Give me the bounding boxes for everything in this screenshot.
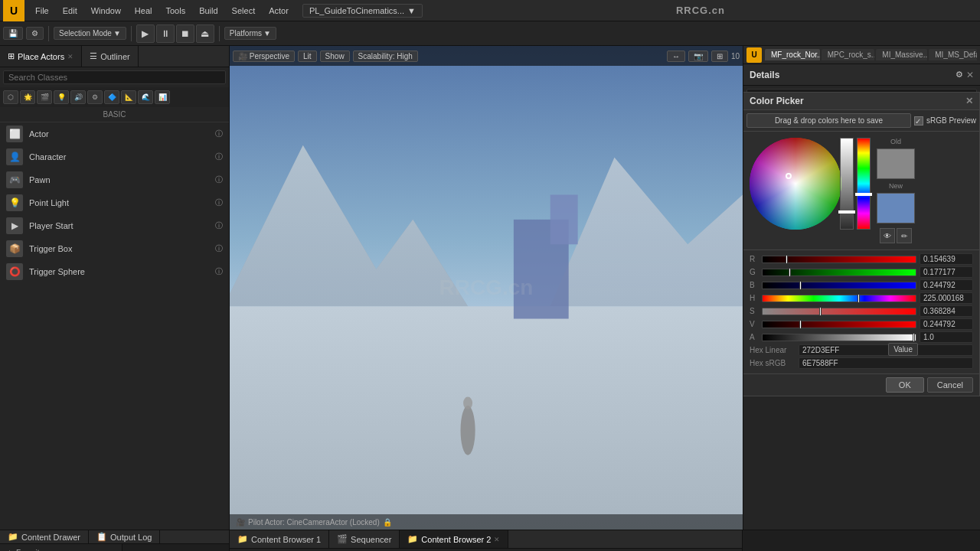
project-title[interactable]: PL_GuideToCinematics... ▼ (302, 4, 423, 18)
actor-icon-character: 👤 (6, 148, 23, 165)
cp-channel-v-value[interactable] (920, 318, 973, 330)
actor-tb-btn-9[interactable]: 🌊 (138, 90, 153, 104)
actor-item-triggerbox[interactable]: 📦 Trigger Box ⓘ (0, 237, 229, 260)
menu-tools[interactable]: Tools (159, 5, 191, 17)
cp-channel-b-value[interactable] (920, 279, 973, 291)
cp-channel-r-value[interactable] (920, 253, 973, 265)
viewport-scalability-btn[interactable]: Scalability: High (353, 51, 418, 62)
viewport-perspective-icon: 🎥 (238, 52, 247, 60)
cp-channel-s-value[interactable] (920, 305, 973, 317)
stop-button[interactable]: ⏹ (176, 24, 194, 43)
place-actors-close[interactable]: ✕ (67, 53, 74, 60)
rr-tab-mf-rock[interactable]: MF_rock_Nor... ✕ (765, 49, 820, 60)
tab-outliner[interactable]: ☰ Outliner (82, 46, 139, 67)
cp-channel-h-value[interactable] (920, 292, 973, 304)
rr-tab-mpc[interactable]: MPC_rock_s... ✕ (822, 49, 875, 60)
platforms-btn[interactable]: Platforms ▼ (224, 27, 276, 40)
menu-file[interactable]: File (29, 5, 55, 17)
pilot-icon: 🎥 (236, 518, 245, 527)
cp-brightness-slider[interactable] (840, 138, 854, 230)
cp-channel-r-label: R (750, 255, 759, 263)
menu-help[interactable]: Heal (129, 5, 158, 17)
tab-place-actors[interactable]: ⊞ Place Actors ✕ (0, 46, 82, 67)
actor-tb-btn-2[interactable]: 🌟 (20, 90, 35, 104)
actor-tb-btn-7[interactable]: 🔷 (104, 90, 119, 104)
cp-channel-g-bar[interactable] (762, 269, 916, 276)
viewport-scene[interactable]: RRCG.cn (230, 46, 743, 530)
actor-tb-btn-5[interactable]: 🔊 (70, 90, 86, 104)
cp-channel-a-bar[interactable] (762, 334, 916, 341)
actor-item-actor[interactable]: ⬜ Actor ⓘ (0, 122, 229, 145)
cp-save-btn[interactable]: Drag & drop colors here to save (746, 113, 911, 128)
viewport-lit-btn[interactable]: Lit (298, 51, 317, 62)
cp-channel-s-bar[interactable] (762, 308, 916, 315)
menu-edit[interactable]: Edit (57, 5, 83, 17)
menu-build[interactable]: Build (193, 5, 224, 17)
actor-tb-btn-4[interactable]: 💡 (54, 90, 69, 104)
viewport[interactable]: 🎥 Perspective Lit Show Scalability: High… (230, 46, 743, 530)
cp-srgb-checkbox[interactable]: ✓ (914, 116, 923, 126)
tab-sequencer[interactable]: 🎬 Sequencer (329, 530, 400, 548)
cp-channel-a-value[interactable] (920, 331, 973, 343)
bottom-tab-output-log[interactable]: 📋 Output Log (89, 530, 160, 543)
cp-new-label: New (889, 182, 903, 190)
cp-ok-button[interactable]: OK (886, 377, 924, 393)
cp-hex-srgb-value[interactable] (799, 357, 973, 369)
actor-item-pawn[interactable]: 🎮 Pawn ⓘ (0, 168, 229, 191)
actor-item-triggersphere[interactable]: ⭕ Trigger Sphere ⓘ (0, 260, 229, 283)
toolbar-settings[interactable]: ⚙ (26, 27, 44, 40)
pause-button[interactable]: ⏸ (156, 24, 175, 43)
cb1-label: Content Browser 1 (251, 535, 321, 544)
cp-eyedrop-btn[interactable]: 👁 (880, 228, 895, 243)
viewport-transform-btn[interactable]: ↔ (667, 51, 685, 62)
rr-tab-mi-ms[interactable]: MI_MS_Defa... (929, 49, 977, 60)
actor-tb-btn-3[interactable]: 🎬 (37, 90, 52, 104)
search-classes-input[interactable] (3, 70, 226, 84)
actor-tb-btn-8[interactable]: 📐 (121, 90, 136, 104)
menu-actor[interactable]: Actor (263, 5, 295, 17)
unreal-logo-right: U (746, 47, 762, 63)
cp-wheel[interactable] (750, 138, 841, 230)
cp-channel-h-bar[interactable] (762, 295, 916, 302)
viewport-perspective-label: Perspective (250, 52, 289, 60)
tab-content-browser-1[interactable]: 📁 Content Browser 1 (230, 530, 329, 548)
bottom-tab-content-drawer[interactable]: 📁 Content Drawer (0, 530, 89, 543)
cp-channel-g-value[interactable] (920, 266, 973, 278)
sidebar-favorites[interactable]: ★ Favorites (3, 547, 119, 551)
viewport-camera-btn[interactable]: 📷 (688, 51, 708, 62)
viewport-grid-btn[interactable]: ⊞ (711, 51, 728, 62)
tab-content-browser-2[interactable]: 📁 Content Browser 2 ✕ (400, 530, 508, 548)
cp-hue-slider[interactable] (857, 138, 871, 230)
cp-pencil-btn[interactable]: ✏ (897, 228, 912, 243)
cp-channel-r-bar[interactable] (762, 256, 916, 263)
cp-hex-linear-value[interactable] (799, 344, 973, 356)
selection-mode-btn[interactable]: Selection Mode ▼ (54, 27, 126, 40)
menu-window[interactable]: Window (85, 5, 127, 17)
viewport-show-btn[interactable]: Show (320, 51, 350, 62)
cp-channel-b-bar[interactable] (762, 282, 916, 289)
cp-wheel-wrap[interactable] (750, 138, 834, 222)
actor-item-pointlight[interactable]: 💡 Point Light ⓘ (0, 191, 229, 214)
search-box (0, 67, 229, 87)
details-settings-icon[interactable]: ⚙ (956, 70, 963, 80)
eject-button[interactable]: ⏏ (196, 24, 214, 43)
actor-icon-triggerbox: 📦 (6, 240, 23, 257)
actor-tb-btn-6[interactable]: ⚙ (87, 90, 103, 104)
actor-tb-btn-1[interactable]: ⬡ (3, 90, 18, 104)
play-button[interactable]: ▶ (136, 24, 155, 43)
actor-item-playerstart[interactable]: ▶ Player Start ⓘ (0, 214, 229, 237)
actor-name-actor: Actor (29, 129, 209, 139)
actor-tb-btn-10[interactable]: 📊 (155, 90, 170, 104)
rr-tab-mi-massive[interactable]: MI_Massive... ✕ (876, 49, 927, 60)
cp-cancel-button[interactable]: Cancel (927, 377, 973, 393)
viewport-toolbar: 🎥 Perspective Lit Show Scalability: High… (230, 46, 743, 66)
viewport-perspective-btn[interactable]: 🎥 Perspective (233, 51, 295, 62)
color-picker-close[interactable]: ✕ (965, 96, 973, 106)
actor-item-character[interactable]: 👤 Character ⓘ (0, 145, 229, 168)
details-close-icon[interactable]: ✕ (966, 70, 974, 80)
toolbar-save[interactable]: 💾 (3, 27, 23, 40)
toolbar-sep1 (48, 26, 49, 41)
menu-select[interactable]: Select (226, 5, 262, 17)
cb2-close[interactable]: ✕ (494, 536, 500, 543)
cp-channel-v-bar[interactable] (762, 321, 916, 328)
